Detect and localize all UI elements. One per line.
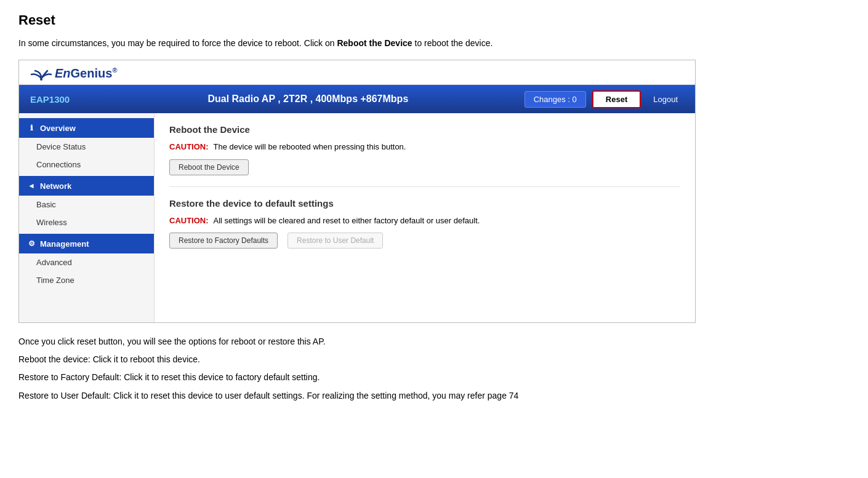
sidebar-item-device-status[interactable]: Device Status: [19, 138, 154, 156]
section-divider: [169, 186, 680, 187]
body-para-2: Reboot the device: Click it to reboot th…: [18, 352, 696, 367]
sidebar-header-network[interactable]: ◄ Network: [19, 176, 154, 196]
body-para-4: Restore to User Default: Click it to res…: [18, 388, 696, 404]
device-description: Dual Radio AP , 2T2R , 400Mbps +867Mbps: [92, 94, 524, 105]
sidebar-header-management[interactable]: ⚙ Management: [19, 234, 154, 253]
logo-text: EnGenius®: [55, 66, 117, 81]
sidebar-item-advanced[interactable]: Advanced: [19, 253, 154, 271]
page-body-text: Once you click reset button, you will se…: [18, 334, 696, 404]
svg-point-0: [40, 78, 42, 81]
sidebar-section-management: ⚙ Management Advanced Time Zone: [19, 234, 154, 289]
restore-caution-label: CAUTION:: [169, 215, 209, 227]
intro-paragraph: In some circumstances, you may be requir…: [18, 37, 850, 50]
body-para-3: Restore to Factory Default: Click it to …: [18, 370, 696, 385]
sidebar-header-overview[interactable]: ℹ Overview: [19, 118, 154, 138]
header-actions: Changes : 0 Reset Logout: [524, 90, 684, 108]
sidebar-item-basic[interactable]: Basic: [19, 196, 154, 213]
intro-text-after: to reboot the device.: [412, 38, 493, 48]
device-model: EAP1300: [30, 94, 92, 105]
network-icon: ◄: [26, 181, 36, 191]
brand-logo: EnGenius®: [30, 66, 684, 81]
management-icon: ⚙: [26, 239, 36, 249]
intro-text-before: In some circumstances, you may be requir…: [18, 38, 337, 48]
header-bar: EAP1300 Dual Radio AP , 2T2R , 400Mbps +…: [19, 85, 695, 113]
device-ui-container: EnGenius® EAP1300 Dual Radio AP , 2T2R ,…: [18, 60, 696, 323]
restore-caution-box: CAUTION: All settings will be cleared an…: [169, 215, 680, 227]
reboot-caution-box: CAUTION: The device will be rebooted whe…: [169, 141, 680, 153]
restore-section-title: Restore the device to default settings: [169, 198, 680, 209]
sidebar-item-wireless[interactable]: Wireless: [19, 213, 154, 231]
reboot-section-title: Reboot the Device: [169, 124, 680, 135]
sidebar-overview-label: Overview: [40, 124, 76, 133]
restore-caution-text: All settings will be cleared and reset t…: [214, 215, 480, 227]
reboot-caution-text: The device will be rebooted when pressin…: [214, 141, 406, 153]
reboot-caution-label: CAUTION:: [169, 141, 209, 153]
reboot-device-button[interactable]: Reboot the Device: [169, 159, 249, 175]
restore-actions: Restore to Factory Defaults Restore to U…: [169, 233, 680, 249]
engenius-wifi-icon: [30, 67, 52, 81]
logo-bar: EnGenius®: [19, 60, 695, 85]
ui-body: ℹ Overview Device Status Connections ◄ N…: [19, 113, 695, 322]
body-para-1: Once you click reset button, you will se…: [18, 334, 696, 349]
sidebar-item-connections[interactable]: Connections: [19, 156, 154, 173]
sidebar-section-network: ◄ Network Basic Wireless: [19, 176, 154, 231]
sidebar: ℹ Overview Device Status Connections ◄ N…: [19, 113, 155, 322]
restore-factory-button[interactable]: Restore to Factory Defaults: [169, 233, 278, 249]
overview-icon: ℹ: [26, 123, 36, 133]
reboot-section: Reboot the Device CAUTION: The device wi…: [169, 124, 680, 175]
changes-badge: Changes : 0: [524, 91, 586, 108]
sidebar-item-timezone[interactable]: Time Zone: [19, 271, 154, 289]
main-content: Reboot the Device CAUTION: The device wi…: [155, 113, 695, 322]
sidebar-management-label: Management: [40, 239, 89, 249]
restore-user-button[interactable]: Restore to User Default: [287, 233, 383, 249]
intro-bold-text: Reboot the Device: [337, 38, 412, 48]
logout-button[interactable]: Logout: [647, 92, 684, 107]
restore-section: Restore the device to default settings C…: [169, 198, 680, 249]
page-title: Reset: [18, 12, 850, 28]
reset-button[interactable]: Reset: [592, 90, 641, 108]
sidebar-section-overview: ℹ Overview Device Status Connections: [19, 118, 154, 173]
sidebar-network-label: Network: [40, 181, 71, 191]
